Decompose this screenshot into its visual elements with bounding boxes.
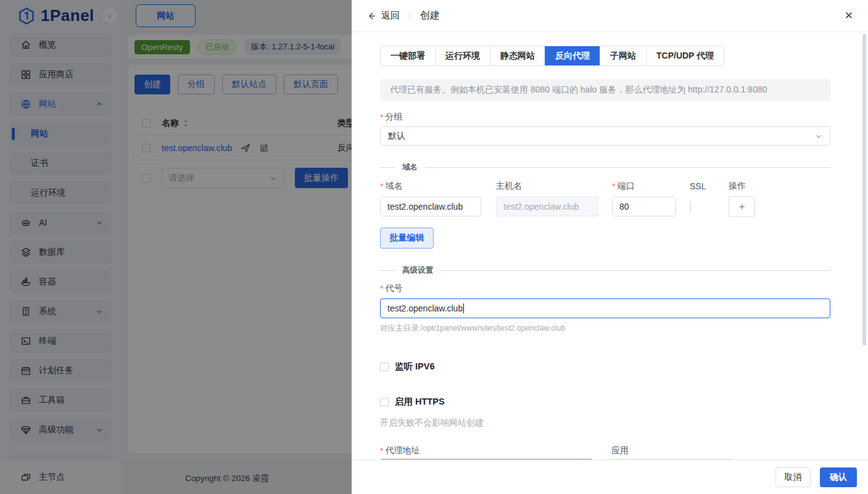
domain-row-labels: *域名 主机名 *端口 SSL 操作 bbox=[380, 180, 830, 192]
arrow-left-icon bbox=[366, 11, 376, 21]
info-banner: 代理已有服务。例如本机已安装使用 8080 端口的 halo 服务，那么代理地址… bbox=[380, 79, 830, 101]
drawer-header: 返回 创建 ✕ bbox=[352, 0, 868, 32]
drawer-body: 一键部署 运行环境 静态网站 反向代理 子网站 TCP/UDP 代理 代理已有服… bbox=[352, 33, 868, 459]
text-cursor bbox=[463, 303, 464, 313]
chevron-down-icon bbox=[815, 133, 822, 140]
domain-input[interactable] bbox=[380, 197, 481, 216]
create-website-drawer: 返回 创建 ✕ 一键部署 运行环境 静态网站 反向代理 子网站 TCP/UDP … bbox=[352, 0, 868, 494]
group-select[interactable]: 默认 bbox=[380, 126, 830, 146]
cancel-button[interactable]: 取消 bbox=[775, 467, 811, 487]
tab-static-site[interactable]: 静态网站 bbox=[490, 46, 545, 65]
tab-tcp-udp-proxy[interactable]: TCP/UDP 代理 bbox=[646, 46, 724, 65]
tab-one-click-deploy[interactable]: 一键部署 bbox=[381, 46, 435, 65]
group-field-label: * 分组 bbox=[380, 111, 830, 123]
domain-section-divider: 域名 bbox=[380, 162, 830, 173]
alias-help-text: 对应主目录:/opt/1panel/www/sites/test2.opencl… bbox=[380, 323, 830, 334]
drawer-footer: 取消 确认 bbox=[352, 459, 868, 494]
ssl-checkbox[interactable] bbox=[690, 201, 691, 212]
https-checkbox-row: 启用 HTTPS bbox=[380, 396, 830, 408]
alias-field-label: *代号 bbox=[380, 282, 830, 295]
https-label: 启用 HTTPS bbox=[395, 396, 445, 408]
alias-input-value: test2.openclaw.club bbox=[387, 303, 463, 313]
back-button[interactable]: 返回 bbox=[366, 10, 400, 22]
required-asterisk: * bbox=[380, 112, 383, 122]
ipv6-checkbox-row: 监听 IPV6 bbox=[380, 361, 830, 373]
hostname-input bbox=[496, 197, 598, 216]
https-checkbox[interactable] bbox=[380, 398, 389, 406]
tab-subsite[interactable]: 子网站 bbox=[600, 46, 646, 65]
plus-icon: ＋ bbox=[737, 200, 747, 213]
ipv6-label: 监听 IPV6 bbox=[395, 361, 434, 373]
domain-row-inputs: ＋ bbox=[380, 196, 830, 217]
https-help-text: 开启失败不会影响网站创建 bbox=[380, 418, 830, 429]
group-select-value: 默认 bbox=[388, 131, 405, 142]
add-domain-button[interactable]: ＋ bbox=[729, 196, 755, 217]
header-divider bbox=[410, 11, 410, 21]
advanced-section-divider: 高级设置 bbox=[380, 265, 830, 276]
drawer-title: 创建 bbox=[420, 9, 440, 22]
port-input[interactable] bbox=[612, 197, 676, 216]
close-icon[interactable]: ✕ bbox=[845, 9, 853, 22]
alias-input[interactable]: test2.openclaw.club bbox=[380, 298, 830, 318]
ipv6-checkbox[interactable] bbox=[380, 363, 389, 371]
drawer-scrollbar[interactable] bbox=[862, 34, 866, 345]
back-label: 返回 bbox=[381, 10, 400, 22]
create-type-tabs: 一键部署 运行环境 静态网站 反向代理 子网站 TCP/UDP 代理 bbox=[380, 46, 724, 66]
tab-runtime[interactable]: 运行环境 bbox=[435, 46, 490, 65]
batch-edit-button[interactable]: 批量编辑 bbox=[380, 228, 434, 249]
proxy-row-labels: *代理地址 应用 bbox=[380, 445, 830, 456]
tab-reverse-proxy[interactable]: 反向代理 bbox=[545, 46, 600, 65]
confirm-button[interactable]: 确认 bbox=[820, 467, 857, 487]
